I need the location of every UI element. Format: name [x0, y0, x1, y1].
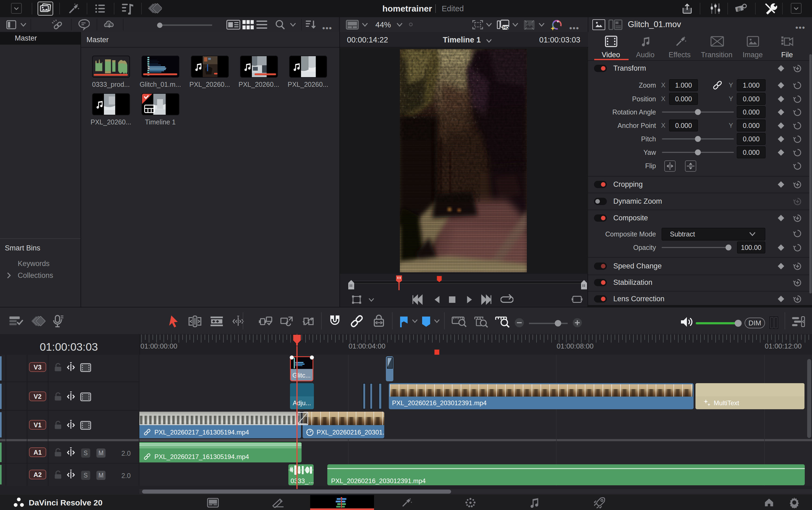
- svg-text:B: B: [738, 7, 741, 12]
- svg-text:HQ: HQ: [503, 25, 509, 30]
